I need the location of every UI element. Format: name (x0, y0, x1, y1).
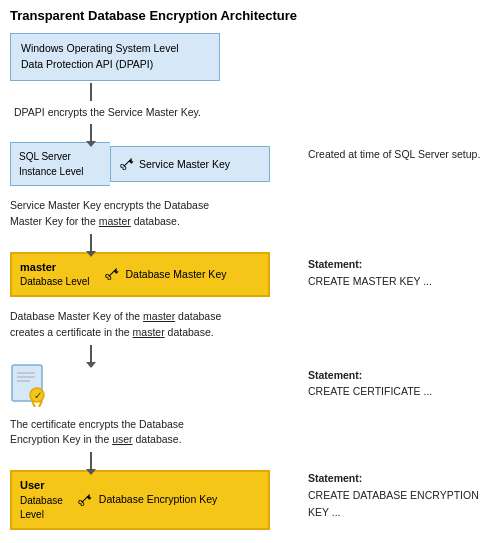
smk-desc-text: Service Master Key encrypts the Database… (10, 198, 209, 230)
user-db-text: User DatabaseLevel (20, 478, 63, 521)
user-statement: Statement: CREATE DATABASE ENCRYPTION KE… (308, 470, 494, 520)
master-level-section: master Database Level 🗝 Database Master … (10, 252, 494, 363)
user-bold-label: User (20, 478, 63, 493)
master-stmt-label: Statement: (308, 258, 362, 270)
certificate-icon: ✓ (10, 363, 50, 407)
dmk-desc: Database Master Key of the master databa… (10, 305, 221, 345)
user-left-col: User DatabaseLevel 🗝 Database Encryption… (10, 470, 290, 543)
sql-instance-box: SQL ServerInstance Level (10, 142, 110, 186)
master-db-box: master Database Level 🗝 Database Master … (10, 252, 270, 297)
user-db-box: User DatabaseLevel 🗝 Database Encryption… (10, 470, 270, 529)
cert-desc-text: The certificate encrypts the DatabaseEnc… (10, 417, 184, 449)
sql-level-section: SQL ServerInstance Level 🗝 Service Maste… (10, 142, 494, 252)
database-master-key-label: Database Master Key (126, 267, 227, 282)
sql-left-col: SQL ServerInstance Level 🗝 Service Maste… (10, 142, 290, 252)
master-db-text: master Database Level (20, 260, 90, 289)
user-desc: The entire user database is secured by t… (10, 538, 240, 543)
key-icon-3: 🗝 (71, 486, 98, 513)
master-underline-3: master (133, 326, 165, 338)
os-level-box: Windows Operating System LevelData Prote… (10, 33, 220, 81)
svg-text:✓: ✓ (34, 390, 42, 401)
cert-desc: The certificate encrypts the DatabaseEnc… (10, 413, 184, 453)
master-bold-label: master (20, 260, 90, 275)
master-right-col: Statement: CREATE MASTER KEY ... (298, 252, 432, 290)
sql-right-col: Created at time of SQL Server setup. (298, 142, 480, 163)
service-master-key-box: 🗝 Service Master Key (110, 146, 270, 182)
os-level-label: Windows Operating System LevelData Prote… (21, 42, 179, 70)
page-title: Transparent Database Encryption Architec… (10, 8, 494, 23)
sql-statement: Created at time of SQL Server setup. (308, 146, 480, 163)
sql-instance-label: SQL ServerInstance Level (19, 151, 84, 177)
cert-stmt-label: Statement: (308, 369, 362, 381)
master-statement: Statement: CREATE MASTER KEY ... (308, 256, 432, 290)
dmk-desc-text: Database Master Key of the master databa… (10, 309, 221, 341)
master-left-col: master Database Level 🗝 Database Master … (10, 252, 290, 363)
connector-2 (90, 124, 92, 142)
user-stmt-label: Statement: (308, 472, 362, 484)
cert-right-col: Statement: CREATE CERTIFICATE ... (298, 363, 432, 401)
cert-statement: Statement: CREATE CERTIFICATE ... (308, 367, 432, 401)
connector-3 (90, 234, 92, 252)
cert-left-col: ✓ The certificate encrypts the DatabaseE… (10, 363, 290, 471)
os-level-section: Windows Operating System LevelData Prote… (10, 33, 494, 142)
cert-section: ✓ The certificate encrypts the DatabaseE… (10, 363, 494, 471)
key-icon-1: 🗝 (113, 151, 140, 178)
connector-4 (90, 345, 92, 363)
master-db-sublabel: Database Level (20, 275, 90, 289)
master-underline-2: master (143, 310, 175, 322)
user-underline-1: user (112, 433, 132, 445)
service-master-key-label: Service Master Key (139, 157, 230, 172)
smk-desc: Service Master Key encrypts the Database… (10, 194, 209, 234)
user-db-sublabel: DatabaseLevel (20, 494, 63, 522)
dpapi-desc: DPAPI encrypts the Service Master Key. (14, 105, 244, 121)
user-right-col: Statement: CREATE DATABASE ENCRYPTION KE… (298, 470, 494, 520)
connector-1 (90, 83, 92, 101)
key-icon-2: 🗝 (98, 261, 125, 288)
dek-label: Database Encryption Key (99, 492, 217, 507)
diagram: Windows Operating System LevelData Prote… (10, 33, 494, 543)
user-level-section: User DatabaseLevel 🗝 Database Encryption… (10, 470, 494, 543)
master-underline-1: master (99, 215, 131, 227)
connector-5 (90, 452, 92, 470)
